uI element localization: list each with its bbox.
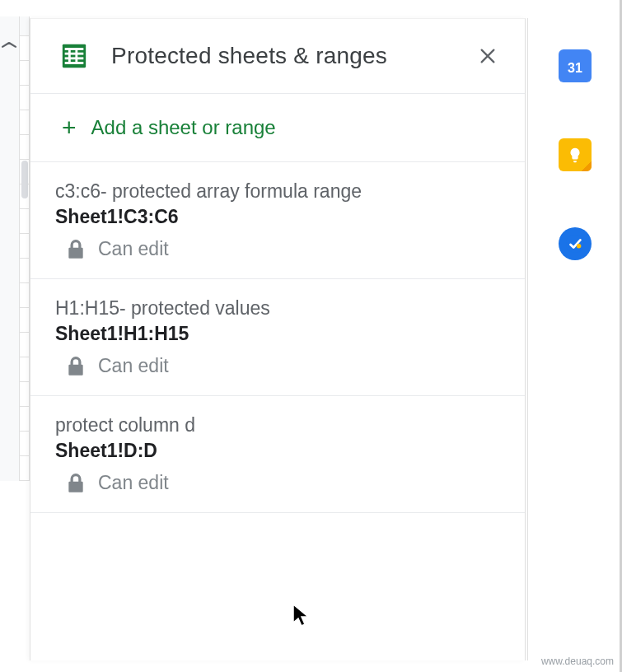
permission-text: Can edit	[98, 355, 169, 377]
range-permission: Can edit	[65, 355, 500, 377]
svg-rect-3	[65, 57, 84, 59]
lock-icon	[65, 473, 87, 494]
range-description: protect column d	[55, 414, 500, 436]
close-button[interactable]	[474, 42, 502, 70]
permission-text: Can edit	[98, 238, 169, 260]
scrollbar-thumb[interactable]	[21, 161, 28, 198]
sheets-icon	[60, 42, 88, 70]
range-description: H1:H15- protected values	[55, 297, 500, 320]
add-label: Add a sheet or range	[91, 116, 276, 139]
panel-header: Protected sheets & ranges	[30, 19, 525, 94]
watermark-text: www.deuaq.com	[541, 656, 614, 667]
protected-ranges-panel: Protected sheets & ranges + Add a sheet …	[30, 18, 526, 660]
lock-icon	[65, 239, 87, 260]
close-icon	[479, 47, 497, 65]
svg-rect-6	[75, 48, 77, 64]
task-pencil-icon	[566, 235, 584, 253]
range-permission: Can edit	[65, 472, 500, 494]
side-panel-launcher: 31	[527, 18, 622, 660]
chevron-up-icon[interactable]	[2, 39, 16, 52]
spreadsheet-grid-sliver	[0, 16, 30, 672]
calendar-app-icon[interactable]: 31	[559, 49, 592, 82]
permission-text: Can edit	[98, 472, 169, 494]
svg-point-7	[566, 235, 584, 253]
protected-range-item[interactable]: H1:H15- protected values Sheet1!H1:H15 C…	[30, 279, 525, 396]
svg-point-8	[577, 244, 582, 249]
add-sheet-or-range-button[interactable]: + Add a sheet or range	[30, 94, 525, 162]
keep-app-icon[interactable]	[559, 138, 592, 171]
panel-title: Protected sheets & ranges	[111, 43, 474, 69]
range-description: c3:c6- protected array formula range	[55, 180, 500, 203]
calendar-day-number: 31	[568, 61, 582, 76]
range-reference: Sheet1!H1:H15	[55, 323, 500, 345]
svg-rect-5	[68, 48, 71, 64]
range-reference: Sheet1!C3:C6	[55, 206, 500, 228]
svg-rect-1	[65, 48, 84, 50]
tasks-app-icon[interactable]	[559, 227, 592, 260]
range-reference: Sheet1!D:D	[55, 440, 500, 462]
lock-icon	[65, 356, 87, 377]
svg-rect-2	[65, 53, 84, 55]
protected-range-item[interactable]: protect column d Sheet1!D:D Can edit	[30, 396, 525, 513]
lightbulb-icon	[566, 146, 584, 164]
range-permission: Can edit	[65, 238, 500, 260]
protected-range-item[interactable]: c3:c6- protected array formula range She…	[30, 162, 525, 279]
svg-rect-4	[65, 62, 84, 64]
plus-icon: +	[62, 115, 77, 140]
